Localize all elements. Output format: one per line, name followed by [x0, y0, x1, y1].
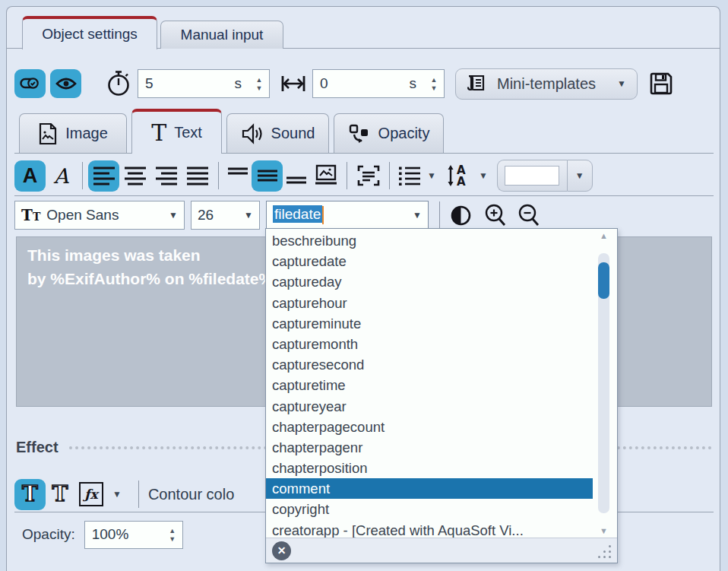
tab-object-settings-label: Object settings	[42, 26, 138, 43]
svg-text:A: A	[457, 175, 466, 187]
suggestion-item[interactable]: chapterpagecount	[266, 417, 593, 437]
align-center-icon	[124, 166, 147, 186]
offset-field[interactable]: 0 s ▲▼	[312, 69, 445, 98]
save-template-button[interactable]	[648, 71, 674, 97]
valign-top-icon	[227, 166, 248, 186]
font-family-icon: TT	[21, 206, 40, 224]
align-right-icon	[155, 166, 178, 186]
tab-manual-input[interactable]: Manual input	[160, 21, 283, 49]
speaker-icon	[241, 123, 264, 144]
variable-input[interactable]: filedate ▼	[266, 201, 429, 230]
bullet-list-icon	[398, 166, 421, 186]
fit-text-frame-button[interactable]	[353, 160, 384, 192]
scroll-up-icon[interactable]: ▲	[598, 230, 609, 241]
separator	[389, 162, 390, 189]
font-family-select[interactable]: TT Open Sans ▼	[14, 201, 185, 230]
t-outline-icon: T	[52, 484, 68, 505]
align-justify-button[interactable]	[182, 160, 213, 192]
image-position-button[interactable]	[310, 160, 341, 192]
valign-top-button[interactable]	[224, 160, 252, 192]
bold-button[interactable]: A	[14, 160, 46, 192]
format-toolbar: A A	[14, 157, 593, 194]
suggestion-item[interactable]: capturesecond	[266, 354, 593, 375]
bullet-list-caret-icon[interactable]: ▼	[427, 170, 436, 181]
t-outline-icon: T	[22, 484, 38, 505]
visibility-button[interactable]	[50, 69, 81, 98]
tab-text[interactable]: T Text	[131, 109, 222, 154]
fx-caret-icon[interactable]: ▼	[112, 489, 122, 500]
opacity-field[interactable]: 100% ▲▼	[84, 521, 183, 549]
opacity-label: Opacity:	[22, 526, 75, 543]
mini-templates-dropdown[interactable]: Mini-templates ▼	[455, 68, 638, 100]
fit-frame-icon	[356, 164, 381, 187]
valign-bottom-icon	[286, 166, 307, 186]
line-spacing-button[interactable]: AA	[444, 160, 476, 192]
tab-image[interactable]: Image	[19, 113, 127, 153]
duration-field[interactable]: 5 s ▲▼	[138, 69, 270, 98]
duration-stopwatch-icon	[106, 70, 131, 97]
tab-text-label: Text	[174, 124, 202, 141]
separator	[439, 201, 440, 229]
suggestion-item[interactable]: comment	[266, 478, 593, 499]
suggestion-item[interactable]: captureday	[266, 271, 593, 292]
align-left-button[interactable]	[88, 160, 119, 192]
suggestion-item[interactable]: capturehour	[266, 293, 593, 313]
bullet-list-button[interactable]	[395, 160, 424, 192]
tab-object-settings[interactable]: Object settings	[22, 16, 157, 49]
text-effect-fx-button[interactable]: ƒx	[74, 479, 108, 510]
italic-button[interactable]: A	[46, 160, 77, 192]
toggle-active-button[interactable]	[14, 69, 46, 98]
suggestion-item[interactable]: beschreibung	[266, 230, 593, 251]
offset-value[interactable]: 0	[313, 75, 410, 92]
tab-image-label: Image	[65, 125, 108, 142]
suggestion-item[interactable]: captureminute	[266, 313, 593, 334]
duration-value[interactable]: 5	[138, 75, 235, 92]
scrollbar[interactable]: ▲ ▼	[598, 230, 609, 536]
text-t-icon: T	[151, 122, 166, 144]
offset-stepper[interactable]: ▲▼	[424, 77, 444, 91]
tab-sound[interactable]: Sound	[226, 113, 329, 153]
line-spacing-caret-icon[interactable]: ▼	[479, 170, 488, 181]
close-icon[interactable]: ✕	[272, 541, 291, 560]
font-size-select[interactable]: 26 ▼	[191, 201, 260, 230]
valign-middle-button[interactable]	[252, 160, 283, 192]
suggestion-item[interactable]: copyright	[266, 499, 593, 519]
top-toolbar: 5 s ▲▼ 0 s ▲▼ Mini-templates ▼	[14, 68, 674, 100]
suggestion-item[interactable]: captureyear	[266, 396, 593, 417]
dropdown-footer: ✕	[266, 538, 617, 563]
suggestion-item[interactable]: chapterposition	[266, 458, 593, 478]
variable-input-value[interactable]: filedate	[273, 205, 322, 223]
text-effect-filled-button[interactable]: T	[14, 479, 46, 510]
scrollbar-thumb[interactable]	[598, 262, 609, 299]
suggestion-item[interactable]: capturemonth	[266, 334, 593, 354]
offset-arrows-icon	[280, 74, 306, 94]
subtab-divider	[14, 153, 714, 154]
font-toolbar: TT Open Sans ▼ 26 ▼ filedate ▼	[14, 200, 541, 230]
align-center-button[interactable]	[119, 160, 150, 192]
opacity-stepper[interactable]: ▲▼	[163, 528, 182, 542]
resize-grip[interactable]	[596, 543, 611, 558]
effect-title: Effect	[16, 439, 59, 456]
suggestion-item[interactable]: creatorapp - [Created with AquaSoft Vi..…	[266, 520, 593, 538]
tab-opacity[interactable]: Opacity	[334, 113, 444, 153]
scroll-down-icon[interactable]: ▼	[598, 525, 609, 536]
tab-manual-input-label: Manual input	[181, 27, 264, 43]
chevron-down-icon: ▼	[413, 210, 422, 220]
image-file-icon	[38, 122, 58, 145]
zoom-in-button[interactable]	[483, 203, 508, 227]
duration-stepper[interactable]: ▲▼	[249, 77, 269, 91]
valign-bottom-button[interactable]	[283, 160, 310, 192]
font-color-dropdown[interactable]: ▼	[567, 160, 593, 192]
opacity-value[interactable]: 100%	[85, 526, 163, 543]
suggestion-item[interactable]: capturetime	[266, 375, 593, 395]
suggestion-item[interactable]: capturedate	[266, 251, 593, 271]
align-right-button[interactable]	[150, 160, 182, 192]
zoom-out-button[interactable]	[517, 203, 541, 227]
chevron-down-icon: ▼	[244, 210, 253, 220]
font-color-swatch[interactable]	[497, 160, 567, 192]
text-effect-outline-button[interactable]: T	[46, 479, 74, 510]
suggestion-item[interactable]: chapterpagenr	[266, 437, 593, 458]
contrast-button[interactable]	[451, 205, 471, 226]
template-scroll-icon	[467, 73, 488, 94]
align-left-icon	[93, 166, 116, 186]
